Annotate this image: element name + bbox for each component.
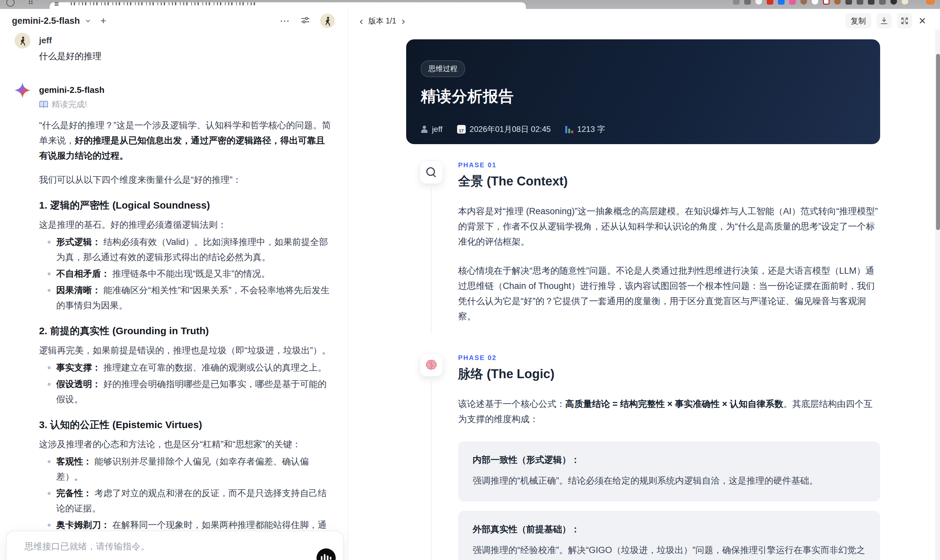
brain-icon xyxy=(420,353,443,377)
list-item: 完备性： 考虑了对立的观点和潜在的反证，而不是只选择支持自己结论的证据。 xyxy=(39,486,333,516)
list-item: 假设透明： 好的推理会明确指明哪些是已知事实，哪些是基于可能的假设。 xyxy=(39,377,333,407)
scrollbar-track[interactable] xyxy=(935,30,940,560)
phase-title: 脉络 (The Logic) xyxy=(458,366,880,383)
extension-icon[interactable] xyxy=(891,0,897,5)
bullet-list: 事实支撑： 推理建立在可靠的数据、准确的观测或公认的真理之上。 假设透明： 好的… xyxy=(39,360,333,407)
section-lead: 这是推理的基石。好的推理必须遵循逻辑法则： xyxy=(39,217,333,232)
extension-icon[interactable] xyxy=(857,0,863,5)
list-item: 事实支撑： 推理建立在可靠的数据、准确的观测或公认的真理之上。 xyxy=(39,360,333,375)
section-heading: 1. 逻辑的严密性 (Logical Soundness) xyxy=(39,199,333,211)
more-options-icon[interactable]: ⋯ xyxy=(280,16,290,26)
artifact-body[interactable]: 思维过程 精读分析报告 jeff 17 2026年01月08日 02:45 xyxy=(348,33,940,560)
gemini-logo-icon xyxy=(15,82,31,98)
calendar-icon: 17 xyxy=(457,125,466,134)
section-lead: 这涉及推理者的心态和方法论，也是区分“杠精”和“思想家”的关键： xyxy=(39,437,333,452)
profile-avatar-icon[interactable] xyxy=(901,0,908,5)
chat-panel: gemini-2.5-flash + ⋯ xyxy=(0,9,348,560)
phase-paragraph: 该论述基于一个核心公式：高质量结论 = 结构完整性 × 事实准确性 × 认知自律… xyxy=(458,396,880,427)
section-lead: 逻辑再完美，如果前提是错误的，推理也是垃圾（即“垃圾进，垃圾出”）。 xyxy=(39,343,333,358)
model-title[interactable]: gemini-2.5-flash xyxy=(12,16,80,26)
assistant-intro-2: 我们可以从以下四个维度来衡量什么是“好的推理”： xyxy=(39,172,333,188)
list-item: 客观性： 能够识别并尽量排除个人偏见（如幸存者偏差、确认偏差）。 xyxy=(39,454,333,484)
section-heading: 2. 前提的真实性 (Grounding in Truth) xyxy=(39,325,333,337)
copy-button[interactable]: 复制 xyxy=(845,13,871,28)
meta-word-count: 1213 字 xyxy=(565,124,605,135)
report-title: 精读分析报告 xyxy=(421,86,866,107)
browser-toolbar: ◯ ⠿ ≡ xyxy=(0,0,940,9)
app-window: ◯ ⠿ ≡ gemini-2.5-flash xyxy=(0,0,940,560)
next-version-button[interactable]: › xyxy=(402,15,405,26)
address-bar[interactable]: ≡ xyxy=(49,2,526,9)
version-label: 版本 1/1 xyxy=(368,16,396,26)
extension-icon[interactable] xyxy=(926,0,935,5)
dimension-cards: 内部一致性（形式逻辑）： 强调推理的“机械正确”。结论必须在给定的规则系统内逻辑… xyxy=(458,442,880,560)
card-title: 外部真实性（前提基础）： xyxy=(473,523,866,535)
card-body: 强调推理的“经验校准”。解决“GIGO（垃圾进，垃圾出）”问题，确保推理引擎运行… xyxy=(473,542,866,560)
timeline-rail xyxy=(420,353,442,560)
section-heading: 3. 认知的公正性 (Epistemic Virtues) xyxy=(39,419,333,431)
report-meta: jeff 17 2026年01月08日 02:45 1213 字 xyxy=(421,124,866,135)
book-icon xyxy=(39,100,48,108)
scrollbar-thumb[interactable] xyxy=(936,54,940,230)
person-icon xyxy=(421,126,428,133)
extension-strip xyxy=(733,0,935,5)
artifact-panel: ‹ 版本 1/1 › 复制 × 思维过程 精读分析报告 xyxy=(348,9,940,560)
message-author: gemini-2.5-flash xyxy=(39,82,333,95)
list-item: 形式逻辑： 结构必须有效（Valid）。比如演绎推理中，如果前提全部为真，那么通… xyxy=(39,234,333,265)
menu-icon[interactable]: ≡ xyxy=(54,0,59,9)
extension-icon[interactable] xyxy=(823,0,829,5)
composer[interactable]: 思维接口已就绪，请传输指令。 + xyxy=(6,531,344,560)
extension-icon[interactable] xyxy=(845,0,852,5)
card-body: 强调推理的“机械正确”。结论必须在给定的规则系统内逻辑自洽，这是推理的硬件基础。 xyxy=(473,472,866,489)
phase-paragraph: 核心情境在于解决“思考的随意性”问题。不论是人类通过批判性思维进行决策，还是大语… xyxy=(458,263,880,324)
extension-icon[interactable] xyxy=(767,0,773,5)
settings-sliders-icon[interactable] xyxy=(300,15,310,26)
card-title: 内部一致性（形式逻辑）： xyxy=(473,454,866,466)
new-chat-button[interactable]: + xyxy=(100,16,106,26)
extension-icon[interactable] xyxy=(868,0,875,5)
user-avatar[interactable] xyxy=(320,14,335,28)
chat-header: gemini-2.5-flash + ⋯ xyxy=(0,9,348,33)
download-icon[interactable] xyxy=(877,13,892,28)
composer-placeholder[interactable]: 思维接口已就绪，请传输指令。 xyxy=(25,540,343,552)
phase-label: PHASE 01 xyxy=(458,162,880,169)
magnifier-icon xyxy=(420,161,443,184)
list-item: 不自相矛盾： 推理链条中不能出现“既是又非”的情况。 xyxy=(39,266,333,282)
extension-icon[interactable] xyxy=(789,0,796,5)
extension-icon[interactable] xyxy=(800,0,807,5)
phase-label: PHASE 02 xyxy=(458,354,880,362)
phase-section-1: PHASE 01 全景 (The Context) 本内容是对“推理 (Reas… xyxy=(406,161,880,333)
status-line: 精读完成! xyxy=(39,99,333,110)
assistant-message: gemini-2.5-flash 精读完成! “什么是好的推理？”这是一个涉及逻… xyxy=(15,82,333,560)
artifact-actions: 复制 × xyxy=(845,13,926,28)
extension-icon[interactable] xyxy=(733,0,740,5)
meta-datetime: 17 2026年01月08日 02:45 xyxy=(457,124,551,135)
report-hero-card: 思维过程 精读分析报告 jeff 17 2026年01月08日 02:45 xyxy=(406,39,880,144)
phase-title: 全景 (The Context) xyxy=(458,173,880,190)
extension-icon[interactable] xyxy=(744,0,751,5)
version-nav: ‹ 版本 1/1 › xyxy=(359,15,405,26)
meta-author: jeff xyxy=(421,125,442,134)
list-item: 因果清晰： 能准确区分“相关性”和“因果关系”，不会轻率地将先后发生的事情归为因… xyxy=(39,283,333,313)
dimension-card: 内部一致性（形式逻辑）： 强调推理的“机械正确”。结论必须在给定的规则系统内逻辑… xyxy=(458,442,880,502)
extension-icon[interactable] xyxy=(879,0,886,5)
chevron-down-icon[interactable] xyxy=(85,17,91,24)
extension-icon[interactable] xyxy=(778,0,784,5)
message-list[interactable]: jeff 什么是好的推理 gemini-2.5-flash xyxy=(0,33,348,560)
message-author: jeff xyxy=(39,33,333,45)
phase-paragraph: 本内容是对“推理 (Reasoning)”这一抽象概念的高层建模。在知识爆炸与人… xyxy=(458,204,880,249)
previous-version-button[interactable]: ‹ xyxy=(359,15,363,26)
artifact-toolbar: ‹ 版本 1/1 › 复制 × xyxy=(348,9,940,33)
user-message: jeff 什么是好的推理 xyxy=(15,33,333,64)
user-avatar xyxy=(15,33,31,49)
apps-grid-icon[interactable]: ⠿ xyxy=(28,0,34,7)
close-icon[interactable]: × xyxy=(919,15,926,27)
hero-badge: 思维过程 xyxy=(421,60,465,77)
bullet-list: 形式逻辑： 结构必须有效（Valid）。比如演绎推理中，如果前提全部为真，那么通… xyxy=(39,234,333,313)
extension-icon[interactable] xyxy=(834,0,841,5)
extension-icon[interactable] xyxy=(812,0,818,5)
extension-icon[interactable] xyxy=(755,0,762,5)
reload-icon[interactable]: ◯ xyxy=(6,0,15,7)
timeline-rail xyxy=(420,161,442,333)
expand-fullscreen-icon[interactable] xyxy=(897,13,912,28)
